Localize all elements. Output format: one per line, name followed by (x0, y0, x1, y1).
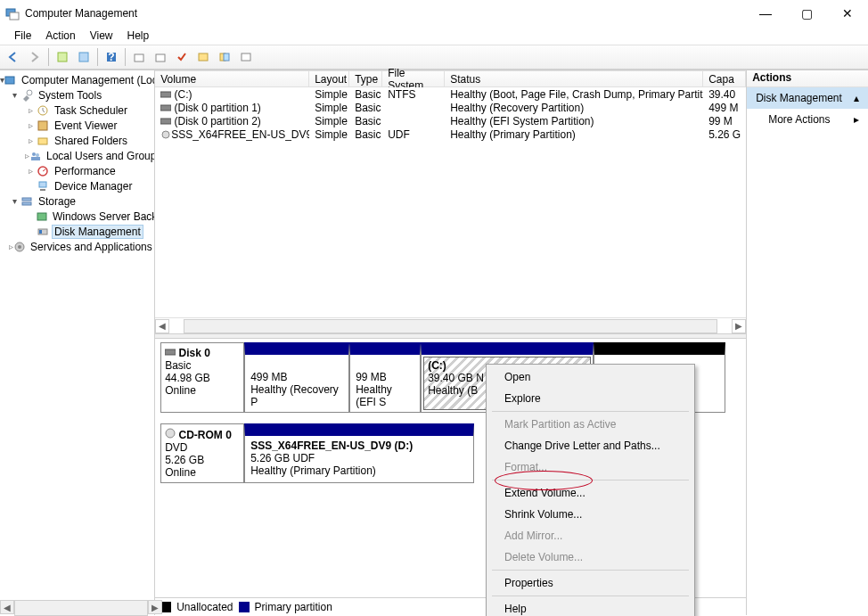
svg-point-17 (32, 152, 36, 156)
svg-rect-27 (39, 230, 42, 234)
device-icon (36, 179, 50, 193)
users-icon (29, 149, 42, 163)
maximize-button[interactable]: ▢ (786, 0, 827, 27)
col-volume[interactable]: Volume (155, 70, 309, 86)
tree-disk-management[interactable]: Disk Management (0, 224, 154, 239)
event-viewer-icon (36, 119, 50, 133)
ctx-shrink-volume[interactable]: Shrink Volume... (488, 504, 692, 525)
tree-storage[interactable]: ▾ Storage (0, 193, 154, 209)
menu-file[interactable]: File (7, 28, 38, 44)
col-capacity[interactable]: Capa (703, 70, 746, 86)
scroll-left-icon[interactable]: ◀ (0, 600, 14, 614)
col-fs[interactable]: File System (382, 70, 445, 86)
context-menu: Open Explore Mark Partition as Active Ch… (486, 364, 695, 616)
scroll-left-icon[interactable]: ◀ (155, 319, 169, 333)
volume-row[interactable]: (Disk 0 partition 2) Simple Basic Health… (155, 114, 746, 127)
action-disk-management[interactable]: Disk Management ▴ (747, 87, 868, 109)
svg-rect-22 (40, 189, 45, 191)
expand-icon[interactable]: ▾ (9, 90, 20, 100)
svg-rect-15 (38, 121, 47, 130)
tree-shared-folders[interactable]: ▹ Shared Folders (0, 133, 154, 148)
action-more[interactable]: More Actions ▸ (747, 109, 868, 130)
svg-rect-6 (135, 54, 143, 62)
tree-root[interactable]: ▾ Computer Management (Local) (0, 72, 154, 87)
svg-rect-21 (39, 182, 46, 187)
toolbar-icon[interactable] (236, 47, 256, 67)
svg-rect-11 (242, 53, 250, 61)
separator (492, 595, 689, 596)
menu-view[interactable]: View (83, 28, 120, 44)
disk-info[interactable]: Disk 0 Basic 44.98 GB Online (160, 342, 244, 413)
ctx-open[interactable]: Open (488, 366, 692, 388)
menu-action[interactable]: Action (38, 28, 82, 44)
svg-rect-25 (37, 213, 46, 220)
expand-icon[interactable]: ▹ (25, 120, 36, 130)
partition[interactable]: 99 MB Healthy (EFI S (349, 342, 421, 413)
menu-help[interactable]: Help (120, 28, 157, 44)
volume-row[interactable]: SSS_X64FREE_EN-US_DV9 (D:) Simple Basic … (155, 127, 746, 141)
toolbar-icon[interactable] (74, 47, 94, 67)
partition[interactable]: 499 MB Healthy (Recovery P (244, 342, 349, 413)
help-button[interactable]: ? (102, 47, 121, 67)
volume-row[interactable]: (Disk 0 partition 1) Simple Basic Health… (155, 101, 746, 114)
ctx-help[interactable]: Help (488, 598, 692, 616)
scroll-right-icon[interactable]: ▶ (732, 319, 746, 333)
svg-rect-23 (22, 198, 31, 201)
toolbar-icon[interactable] (151, 47, 170, 67)
toolbar-icon[interactable] (53, 47, 72, 67)
storage-icon (20, 194, 34, 209)
partition[interactable]: SSS_X64FREE_EN-US_DV9 (D:) 5.26 GB UDF H… (244, 423, 474, 483)
separator (492, 480, 689, 480)
scroll-right-icon[interactable]: ▶ (148, 600, 162, 614)
svg-point-18 (36, 153, 39, 157)
ctx-extend-volume[interactable]: Extend Volume... (488, 482, 692, 504)
back-button[interactable] (4, 47, 23, 67)
col-layout[interactable]: Layout (309, 70, 349, 86)
expand-icon[interactable]: ▾ (9, 196, 20, 206)
forward-button[interactable] (25, 47, 45, 67)
tree-services[interactable]: ▹ Services and Applications (0, 239, 154, 254)
col-status[interactable]: Status (445, 70, 703, 86)
tree-event-viewer[interactable]: ▹ Event Viewer (0, 118, 154, 133)
ctx-explore[interactable]: Explore (488, 388, 692, 409)
disk-info[interactable]: CD-ROM 0 DVD 5.26 GB Online (160, 423, 244, 483)
tree-local-users[interactable]: ▹ Local Users and Groups (0, 148, 154, 163)
computer-icon (4, 73, 17, 87)
svg-rect-3 (79, 53, 88, 62)
expand-icon[interactable]: ▹ (25, 166, 36, 176)
clock-icon (36, 103, 50, 118)
disk-mgmt-icon (36, 225, 50, 239)
svg-rect-12 (5, 77, 14, 84)
svg-rect-31 (160, 105, 171, 111)
backup-icon (36, 209, 48, 224)
svg-rect-34 (165, 349, 176, 355)
collapse-icon: ▴ (854, 92, 859, 104)
close-button[interactable]: ✕ (827, 0, 868, 27)
volume-hscroll[interactable]: ◀ ▶ (155, 317, 746, 333)
toolbar-icon[interactable] (129, 47, 149, 67)
expand-icon[interactable]: ▹ (25, 136, 36, 145)
tree-task-scheduler[interactable]: ▹ Task Scheduler (0, 103, 154, 118)
ctx-properties[interactable]: Properties (488, 572, 692, 594)
toolbar-icon[interactable] (172, 47, 192, 67)
tree-hscroll[interactable]: ◀ ▶ (0, 600, 162, 616)
svg-rect-19 (31, 157, 40, 160)
svg-rect-30 (160, 92, 171, 97)
svg-rect-24 (22, 202, 31, 205)
volume-row[interactable]: (C:) Simple Basic NTFS Healthy (Boot, Pa… (155, 87, 746, 101)
svg-point-29 (18, 245, 21, 249)
volume-header: Volume Layout Type File System Status Ca… (155, 70, 746, 87)
toolbar-icon[interactable] (193, 47, 213, 67)
toolbar-icon[interactable] (215, 47, 234, 67)
ctx-change-drive-letter[interactable]: Change Drive Letter and Paths... (488, 435, 692, 456)
svg-point-13 (27, 90, 32, 95)
col-type[interactable]: Type (349, 70, 382, 86)
tree-performance[interactable]: ▹ Performance (0, 163, 154, 178)
window-title: Computer Management (25, 7, 745, 20)
expand-icon[interactable]: ▹ (25, 105, 36, 115)
tree-device-manager[interactable]: Device Manager (0, 178, 154, 193)
minimize-button[interactable]: — (745, 0, 786, 27)
ctx-delete-volume: Delete Volume... (488, 546, 692, 568)
tree-system-tools[interactable]: ▾ System Tools (0, 87, 154, 103)
tree-wsb[interactable]: Windows Server Backup (0, 209, 154, 224)
